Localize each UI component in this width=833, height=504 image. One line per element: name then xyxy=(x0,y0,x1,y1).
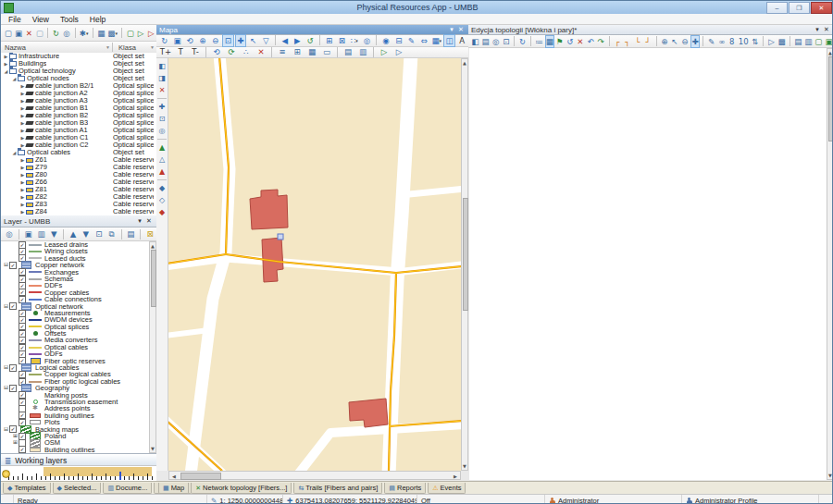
menu-tools[interactable]: Tools xyxy=(56,15,86,24)
map-horizontal-scrollbar[interactable]: ◀▶ xyxy=(168,471,461,480)
export-data-icon[interactable]: ▷ xyxy=(392,45,406,58)
new-object-icon[interactable]: ▢ xyxy=(4,27,13,40)
route-corner-tl-icon[interactable]: ┌ xyxy=(613,35,622,48)
bulb-icon[interactable] xyxy=(2,470,10,478)
tab-map[interactable]: ▦Map xyxy=(158,483,189,494)
pin-icon[interactable]: ▾ xyxy=(447,26,456,33)
load-topology-icon[interactable]: ◧ xyxy=(471,35,480,48)
import-doc-icon[interactable]: ▢ xyxy=(126,27,135,40)
route-corner-br-icon[interactable]: ┘ xyxy=(643,35,653,48)
collapse-icon[interactable]: ◢ xyxy=(11,75,18,82)
expander-icon[interactable]: ⊟ xyxy=(3,262,9,268)
selected-node-marker[interactable] xyxy=(278,234,283,240)
expander-icon[interactable]: ⊟ xyxy=(3,364,9,371)
topo-pan-icon[interactable]: ✚ xyxy=(690,35,700,48)
measure-icon[interactable]: ⇔ xyxy=(418,34,430,47)
expand-icon[interactable]: ▶ xyxy=(19,186,26,193)
minimize-button[interactable]: – xyxy=(766,2,788,14)
topo-zoom-out-icon[interactable]: ⊖ xyxy=(680,35,690,48)
print-preview-topology-icon[interactable]: ▥ xyxy=(803,35,813,48)
collapse-icon[interactable]: ◢ xyxy=(3,68,9,75)
tree-item[interactable]: ▶cable junction B2/1Optical splice xyxy=(1,82,156,90)
tree-item[interactable]: ◢Optical technologyObject set xyxy=(1,68,156,75)
locate-icon[interactable]: ◎ xyxy=(156,125,168,137)
collapse-icon[interactable]: ◢ xyxy=(11,149,18,156)
print-preview-icon[interactable]: ▥ xyxy=(356,45,370,58)
tree-item[interactable]: ▶cable junction B2Optical splice xyxy=(1,112,156,119)
tab-network-topology-fibers[interactable]: ✕Network topology [Fibers...] xyxy=(191,483,292,494)
select-features-icon[interactable]: ⊡ xyxy=(93,227,105,240)
tree-item[interactable]: ▶cable junction A3Optical splice xyxy=(1,97,156,104)
route-node-icon[interactable]: ◆ xyxy=(156,182,168,194)
filter-icon[interactable]: ▼ xyxy=(106,44,110,50)
pin-icon[interactable]: ▾ xyxy=(135,217,144,225)
topology-canvas[interactable] xyxy=(469,48,827,480)
expand-icon[interactable]: ▶ xyxy=(19,193,26,201)
tree-item[interactable]: ▶cable junction A1Optical splice xyxy=(1,127,156,134)
expander-icon[interactable]: ⊟ xyxy=(3,385,9,391)
add-node-green-icon[interactable]: ▲ xyxy=(156,141,168,154)
maximize-button[interactable]: ❐ xyxy=(789,2,810,14)
tree-item[interactable]: ◢Optical nodesObject set xyxy=(1,75,156,82)
tab-selected[interactable]: ◆Selected... xyxy=(53,483,102,494)
copy-layer-icon[interactable]: ⧉ xyxy=(106,227,118,240)
expand-icon[interactable]: ▶ xyxy=(3,53,9,60)
select-clear-icon[interactable]: ✕ xyxy=(156,84,168,96)
topology-vertical-scrollbar[interactable]: ▲▼ xyxy=(827,48,833,480)
layer-checkbox[interactable]: ✓ xyxy=(9,262,17,269)
renumber-icon[interactable]: ⇅ xyxy=(751,35,760,48)
tab-templates[interactable]: ◆Templates xyxy=(3,483,51,494)
tab-events[interactable]: ⚠Events xyxy=(428,483,466,494)
expander-icon[interactable]: ⊟ xyxy=(3,426,9,433)
route-delete-icon[interactable]: ◆ xyxy=(156,206,168,218)
timeline-marker[interactable] xyxy=(119,472,121,480)
vertices-icon[interactable]: ∴ xyxy=(240,45,254,58)
expander-icon[interactable]: ⊞ xyxy=(12,439,19,446)
filter-icon[interactable]: ▼ xyxy=(150,44,156,50)
layer-checkbox[interactable]: ✓ xyxy=(19,446,26,453)
layer-checkbox[interactable]: ✓ xyxy=(9,302,17,310)
discard-doc-icon[interactable]: ▷ xyxy=(146,27,155,40)
status-user[interactable]: Administrator xyxy=(545,495,682,504)
topo-edit-icon[interactable]: ✎ xyxy=(707,35,716,48)
minimap-icon[interactable]: ◫ xyxy=(443,34,455,47)
settings-gear-icon[interactable]: ✱▾ xyxy=(79,27,90,40)
expand-icon[interactable]: ▶ xyxy=(19,171,26,178)
working-layers-header[interactable]: ≣ Working layers xyxy=(1,453,156,466)
text-icon[interactable]: T xyxy=(174,45,188,58)
tree-item[interactable]: ▶Z79Cable reserve xyxy=(1,164,156,171)
column-class[interactable]: Klasa xyxy=(118,43,150,52)
map-vertical-scrollbar[interactable]: ▲▼ xyxy=(461,58,468,471)
redo-icon[interactable]: ⟳ xyxy=(225,45,239,58)
ruler-icon[interactable]: ▭ xyxy=(320,45,334,58)
new-document-icon[interactable]: ▢ xyxy=(34,27,44,40)
guides-icon[interactable]: ▦ xyxy=(305,45,319,58)
print-map-icon[interactable]: ▤ xyxy=(342,45,355,58)
move-layer-down-icon[interactable]: ▼ xyxy=(80,227,92,240)
tab-docume[interactable]: ▥Docume... xyxy=(103,483,152,494)
export-topology-alt-icon[interactable]: ▣ xyxy=(824,35,833,48)
select-subtract-icon[interactable]: ◨ xyxy=(156,72,168,84)
close-button[interactable]: ✕ xyxy=(811,2,832,14)
flag-icon[interactable]: ⚑ xyxy=(555,35,565,48)
edit-map-icon[interactable]: ✎ xyxy=(405,34,417,47)
open-object-icon[interactable]: ▣ xyxy=(14,27,23,40)
expand-icon[interactable]: ▶ xyxy=(19,201,26,208)
route-corner-bl-icon[interactable]: └ xyxy=(633,35,642,48)
tab-reports[interactable]: ▤Reports xyxy=(384,483,426,494)
tree-item[interactable]: ▶InfrastructureObject set xyxy=(1,53,156,60)
tree-item[interactable]: ▶cable junction B3Optical splice xyxy=(1,119,156,127)
pin-icon[interactable]: ▾ xyxy=(813,26,822,33)
labels-icon[interactable]: A xyxy=(456,34,468,47)
clear-filter-icon[interactable]: ▼ xyxy=(48,227,60,240)
refresh-icon[interactable]: ↻ xyxy=(51,27,60,40)
numbering-10-icon[interactable]: 10 xyxy=(738,35,750,48)
numbering-8-icon[interactable]: 8 xyxy=(727,35,737,48)
status-profile[interactable]: Administrator Profile xyxy=(682,495,819,504)
layer-item[interactable]: ✓Building outlines xyxy=(1,447,149,453)
map-canvas[interactable] xyxy=(168,58,461,471)
delete-topology-icon[interactable]: ✕ xyxy=(576,35,585,48)
remove-node-icon[interactable]: ▲ xyxy=(156,166,168,178)
expander-icon[interactable]: ⊞ xyxy=(12,433,19,439)
zoom-mode-icon[interactable]: ⊡ xyxy=(156,113,168,125)
